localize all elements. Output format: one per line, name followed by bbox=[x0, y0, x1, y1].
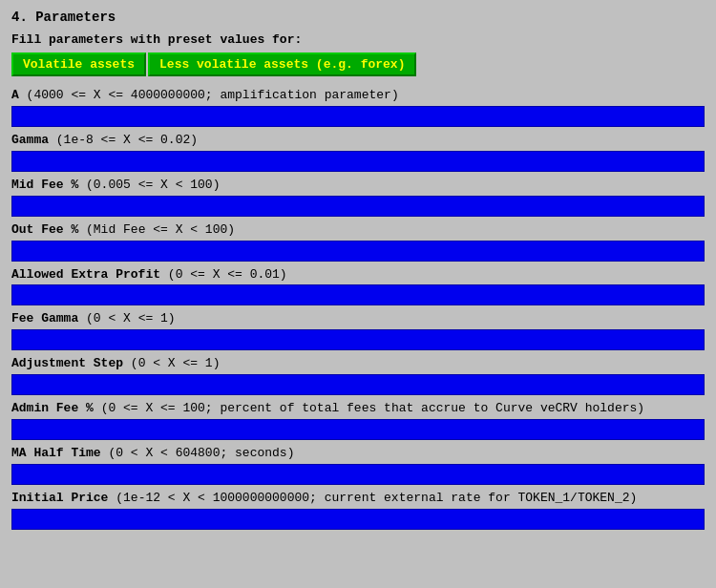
param-a-block: A (4000 <= X <= 4000000000; amplificatio… bbox=[11, 88, 705, 127]
param-out-fee-input[interactable] bbox=[11, 241, 705, 262]
param-initial-price-label: Initial Price (1e-12 < X < 1000000000000… bbox=[11, 491, 705, 507]
param-fee-gamma-block: Fee Gamma (0 < X <= 1) bbox=[11, 311, 705, 350]
param-admin-fee-block: Admin Fee % (0 <= X <= 100; percent of t… bbox=[11, 401, 705, 440]
param-adj-step-block: Adjustment Step (0 < X <= 1) bbox=[11, 356, 705, 395]
param-extra-profit-block: Allowed Extra Profit (0 <= X <= 0.01) bbox=[11, 267, 705, 306]
param-a-label: A (4000 <= X <= 4000000000; amplificatio… bbox=[11, 88, 705, 104]
fill-label: Fill parameters with preset values for: bbox=[11, 32, 705, 47]
param-ma-half-time-block: MA Half Time (0 < X < 604800; seconds) bbox=[11, 446, 705, 485]
param-adj-step-label: Adjustment Step (0 < X <= 1) bbox=[11, 356, 705, 372]
param-admin-fee-input[interactable] bbox=[11, 419, 705, 440]
param-initial-price-input[interactable] bbox=[11, 509, 705, 530]
param-extra-profit-label: Allowed Extra Profit (0 <= X <= 0.01) bbox=[11, 267, 705, 284]
param-a-input[interactable] bbox=[11, 106, 705, 127]
param-out-fee-label: Out Fee % (Mid Fee <= X < 100) bbox=[11, 222, 705, 239]
param-out-fee-block: Out Fee % (Mid Fee <= X < 100) bbox=[11, 222, 705, 262]
param-ma-half-time-label: MA Half Time (0 < X < 604800; seconds) bbox=[11, 446, 705, 462]
less-volatile-assets-button[interactable]: Less volatile assets (e.g. forex) bbox=[148, 52, 416, 76]
param-gamma-label: Gamma (1e-8 <= X <= 0.02) bbox=[11, 133, 705, 149]
param-mid-fee-input[interactable] bbox=[11, 196, 705, 217]
param-initial-price-block: Initial Price (1e-12 < X < 1000000000000… bbox=[11, 491, 705, 530]
parameters-section: 4. Parameters Fill parameters with prese… bbox=[0, 0, 716, 545]
param-mid-fee-label: Mid Fee % (0.005 <= X < 100) bbox=[11, 178, 705, 194]
param-fee-gamma-label: Fee Gamma (0 < X <= 1) bbox=[11, 311, 705, 327]
param-adj-step-input[interactable] bbox=[11, 374, 705, 395]
param-admin-fee-label: Admin Fee % (0 <= X <= 100; percent of t… bbox=[11, 401, 705, 417]
param-gamma-block: Gamma (1e-8 <= X <= 0.02) bbox=[11, 133, 705, 172]
param-mid-fee-block: Mid Fee % (0.005 <= X < 100) bbox=[11, 178, 705, 217]
param-gamma-input[interactable] bbox=[11, 151, 705, 172]
volatile-assets-button[interactable]: Volatile assets bbox=[11, 52, 146, 76]
param-extra-profit-input[interactable] bbox=[11, 284, 705, 305]
param-fee-gamma-input[interactable] bbox=[11, 329, 705, 350]
param-ma-half-time-input[interactable] bbox=[11, 464, 705, 485]
section-title: 4. Parameters bbox=[11, 10, 705, 25]
preset-buttons-group: Volatile assets Less volatile assets (e.… bbox=[11, 52, 705, 76]
